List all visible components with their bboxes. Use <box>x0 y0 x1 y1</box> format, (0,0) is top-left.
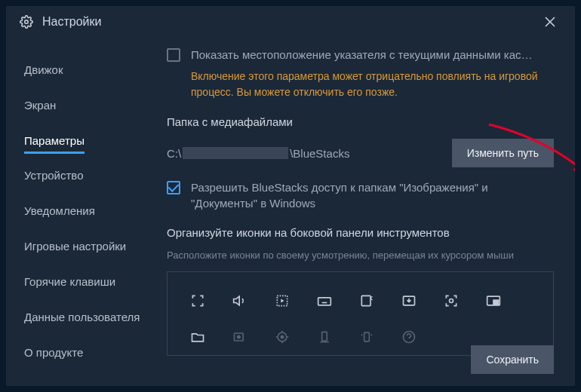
svg-rect-13 <box>364 332 370 341</box>
redacted-path-segment <box>183 147 288 159</box>
sidebar: Движок Экран Параметры Устройство Уведом… <box>6 38 146 386</box>
svg-rect-2 <box>318 298 331 305</box>
sidebar-item-notifications[interactable]: Уведомления <box>24 197 95 225</box>
macro-icon[interactable] <box>264 286 300 316</box>
save-button[interactable]: Сохранить <box>471 345 554 374</box>
main-panel: Показать местоположение указателя с теку… <box>146 38 575 386</box>
camera-icon[interactable] <box>433 286 469 316</box>
sidebar-item-screen[interactable]: Экран <box>24 91 56 119</box>
pointer-location-row: Показать местоположение указателя с теку… <box>167 47 554 63</box>
allow-access-row: Разрешить BlueStacks доступ к папкам "Из… <box>167 179 554 211</box>
close-icon <box>545 17 555 27</box>
change-path-button[interactable]: Изменить путь <box>452 139 554 167</box>
sidebar-item-device[interactable]: Устройство <box>24 161 83 189</box>
record-icon[interactable] <box>222 322 258 352</box>
media-path-row: C:\ \BlueStacks Изменить путь <box>167 139 554 167</box>
folder-icon[interactable] <box>180 322 216 352</box>
titlebar: Настройки <box>6 6 575 38</box>
svg-rect-3 <box>361 296 370 305</box>
settings-window: Настройки Движок Экран Параметры Устройс… <box>6 6 575 386</box>
svg-rect-12 <box>322 332 327 341</box>
media-folder-title: Папка с медиафайлами <box>167 115 554 128</box>
footer: Сохранить <box>471 345 554 374</box>
more-icon[interactable] <box>391 322 427 352</box>
sidebar-item-user-data[interactable]: Данные пользователя <box>24 303 140 331</box>
svg-point-0 <box>25 20 29 24</box>
svg-point-9 <box>238 335 240 338</box>
gear-icon <box>20 15 33 29</box>
keyboard-icon[interactable] <box>306 286 343 316</box>
window-title: Настройки <box>42 15 539 29</box>
rotate-icon[interactable] <box>306 322 343 352</box>
organize-icons-title: Организуйте иконки на боковой панели инс… <box>167 226 554 239</box>
volume-icon[interactable] <box>222 286 258 316</box>
install-apk-icon[interactable] <box>349 286 385 316</box>
organize-icons-subtitle: Расположите иконки по своему усмотрению,… <box>167 250 554 261</box>
sidebar-item-settings[interactable]: Параметры <box>24 127 85 154</box>
sidebar-item-game-settings[interactable]: Игровые настройки <box>24 232 126 260</box>
fullscreen-icon[interactable] <box>180 286 216 316</box>
pointer-location-label: Показать местоположение указателя с теку… <box>191 47 533 63</box>
warning-text: Включение этого параметра может отрицате… <box>191 69 554 100</box>
sidebar-item-about[interactable]: О продукте <box>24 338 83 366</box>
screenshot-icon[interactable] <box>391 286 427 316</box>
body: Движок Экран Параметры Устройство Уведом… <box>6 38 575 386</box>
pip-icon[interactable] <box>475 286 512 316</box>
close-button[interactable] <box>539 14 561 30</box>
media-path-text: C:\ \BlueStacks <box>167 147 349 160</box>
sidebar-item-engine[interactable]: Движок <box>24 56 63 84</box>
svg-point-11 <box>281 335 283 338</box>
shake-icon[interactable] <box>349 322 385 352</box>
icon-grid <box>167 271 554 356</box>
allow-access-label: Разрешить BlueStacks доступ к папкам "Из… <box>191 179 554 211</box>
svg-point-5 <box>450 299 453 303</box>
svg-rect-7 <box>493 300 499 304</box>
sidebar-item-hotkeys[interactable]: Горячие клавиши <box>24 268 115 296</box>
svg-point-14 <box>404 332 415 343</box>
allow-access-checkbox[interactable] <box>167 181 180 194</box>
pointer-location-checkbox[interactable] <box>167 48 180 62</box>
location-icon[interactable] <box>264 322 300 352</box>
